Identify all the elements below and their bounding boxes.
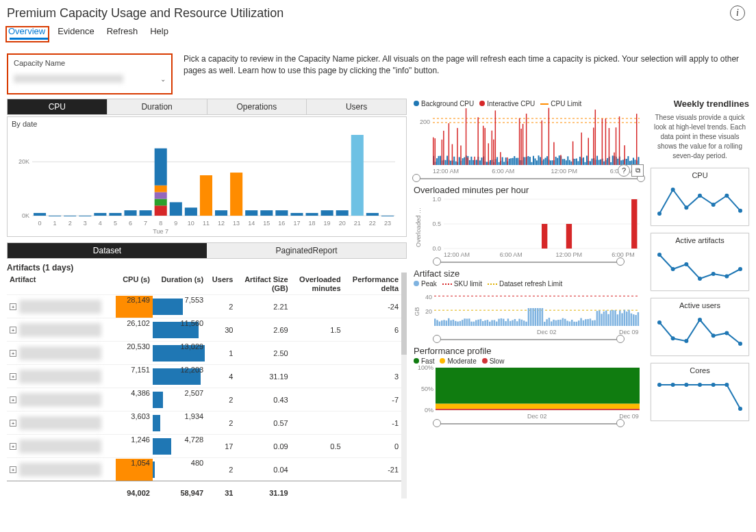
svg-rect-148 bbox=[584, 162, 585, 165]
svg-rect-268 bbox=[489, 322, 491, 326]
chevron-down-icon: ⌄ bbox=[160, 75, 166, 83]
metric-tab-operations[interactable]: Operations bbox=[207, 99, 307, 114]
table-row[interactable]: +1,2464,728170.090.50 bbox=[7, 435, 401, 458]
weekly-card-active-users[interactable]: Active users bbox=[651, 298, 749, 356]
svg-rect-83 bbox=[473, 160, 474, 165]
expand-icon[interactable]: + bbox=[10, 373, 16, 380]
nav-tab-refresh[interactable]: Refresh bbox=[105, 23, 140, 39]
metric-tab-cpu[interactable]: CPU bbox=[8, 99, 108, 114]
cpu-timeline-chart[interactable]: 20012:00 AM6:00 AM12:00 PM6:00 PM bbox=[414, 107, 644, 175]
nav-tab-evidence[interactable]: Evidence bbox=[56, 23, 95, 39]
svg-rect-106 bbox=[512, 158, 514, 165]
expand-icon[interactable]: + bbox=[10, 327, 16, 333]
svg-rect-107 bbox=[514, 156, 515, 165]
artifacts-scrollbar[interactable] bbox=[401, 273, 407, 498]
expand-icon[interactable]: + bbox=[10, 303, 16, 310]
svg-text:5: 5 bbox=[114, 220, 117, 227]
cpu-timeline-slider[interactable]: ? ⧉ bbox=[414, 178, 644, 179]
svg-point-359 bbox=[724, 275, 729, 279]
nav-tab-overview[interactable]: Overview bbox=[7, 23, 47, 39]
table-row[interactable]: +3,6031,93420.57-1 bbox=[7, 411, 401, 435]
svg-rect-324 bbox=[617, 314, 619, 326]
svg-text:Tue 7: Tue 7 bbox=[153, 228, 168, 235]
svg-point-358 bbox=[711, 272, 716, 276]
col-5[interactable]: Overloadedminutes bbox=[291, 274, 344, 295]
svg-text:1: 1 bbox=[53, 220, 57, 227]
svg-rect-257 bbox=[464, 318, 466, 326]
table-row[interactable]: +26,10211,560302.691.56 bbox=[7, 318, 401, 342]
weekly-card-cpu[interactable]: CPU bbox=[651, 168, 749, 226]
capacity-name-picker[interactable]: Capacity Name ⌄ bbox=[7, 53, 173, 94]
help-text: Pick a capacity to review in the Capacit… bbox=[184, 53, 749, 77]
svg-rect-291 bbox=[542, 308, 544, 326]
perf-profile-slider[interactable] bbox=[414, 423, 644, 425]
metric-segmented[interactable]: CPUDurationOperationsUsers bbox=[7, 99, 407, 115]
overloaded-slider[interactable] bbox=[414, 262, 644, 263]
expand-icon[interactable]: + bbox=[10, 420, 16, 427]
svg-text:0%: 0% bbox=[425, 407, 433, 414]
col-1[interactable]: CPU (s) bbox=[116, 274, 153, 295]
svg-rect-152 bbox=[592, 159, 593, 165]
svg-point-370 bbox=[684, 383, 688, 387]
table-row[interactable]: +28,1497,55322.21-24 bbox=[7, 295, 401, 318]
svg-rect-207 bbox=[560, 155, 562, 165]
svg-rect-214 bbox=[605, 118, 607, 165]
nav-tab-help[interactable]: Help bbox=[149, 23, 170, 39]
perf-profile-chart[interactable]: 0%50%100%Dec 02Dec 09 bbox=[414, 365, 644, 420]
metric-tab-duration[interactable]: Duration bbox=[108, 99, 207, 114]
svg-rect-119 bbox=[534, 158, 536, 165]
svg-rect-212 bbox=[595, 110, 596, 165]
svg-rect-252 bbox=[453, 320, 455, 326]
col-6[interactable]: Performancedelta bbox=[344, 274, 402, 295]
svg-rect-28 bbox=[185, 207, 197, 216]
table-row[interactable]: +1,05448020.04-21 bbox=[7, 458, 401, 481]
table-row[interactable]: +20,53013,02912.50 bbox=[7, 342, 401, 365]
artifacts-table[interactable]: ArtifactCPU (s)Duration (s)UsersArtifact… bbox=[7, 274, 401, 505]
weekly-card-cores[interactable]: Cores bbox=[651, 363, 749, 421]
svg-rect-283 bbox=[523, 320, 525, 326]
copy-icon[interactable]: ⧉ bbox=[631, 164, 644, 177]
svg-rect-282 bbox=[521, 320, 523, 326]
svg-rect-286 bbox=[530, 308, 532, 326]
svg-text:4: 4 bbox=[99, 220, 102, 227]
cpu-by-date-chart[interactable]: 0K20K01234567891011121314151617181920212… bbox=[12, 128, 402, 235]
expand-icon[interactable]: + bbox=[10, 350, 16, 357]
svg-rect-317 bbox=[601, 314, 603, 326]
info-icon[interactable]: i bbox=[730, 5, 745, 21]
weekly-card-active-artifacts[interactable]: Active artifacts bbox=[651, 233, 749, 291]
capacity-name-select[interactable]: ⌄ bbox=[14, 71, 166, 86]
nav-tabs: OverviewEvidenceRefreshHelp bbox=[7, 23, 749, 39]
svg-rect-4 bbox=[34, 213, 46, 216]
artifact-size-chart[interactable]: GB2040Dec 02Dec 09 bbox=[414, 288, 644, 335]
overloaded-chart[interactable]: Overloaded …0.00.51.012:00 AM6:00 AM12:0… bbox=[414, 197, 644, 258]
svg-rect-255 bbox=[459, 321, 462, 326]
col-4[interactable]: Artifact Size(GB) bbox=[236, 274, 290, 295]
page-title: Premium Capacity Usage and Resource Util… bbox=[7, 6, 284, 21]
metric-tab-users[interactable]: Users bbox=[307, 99, 406, 114]
artifact-type-segmented[interactable]: DatasetPaginatedReport bbox=[7, 242, 407, 259]
svg-rect-302 bbox=[566, 321, 568, 326]
svg-rect-135 bbox=[562, 159, 564, 165]
col-3[interactable]: Users bbox=[206, 274, 236, 295]
artifact-tab-dataset[interactable]: Dataset bbox=[8, 243, 207, 258]
svg-text:8: 8 bbox=[159, 220, 162, 227]
svg-rect-270 bbox=[494, 320, 496, 326]
table-row[interactable]: +7,15112,203431.193 bbox=[7, 365, 401, 388]
svg-point-373 bbox=[724, 383, 729, 387]
svg-rect-82 bbox=[470, 157, 472, 165]
artifact-tab-paginatedreport[interactable]: PaginatedReport bbox=[207, 243, 406, 258]
expand-icon[interactable]: + bbox=[10, 443, 16, 450]
svg-rect-20 bbox=[155, 205, 167, 216]
expand-icon[interactable]: + bbox=[10, 396, 16, 403]
svg-rect-138 bbox=[567, 156, 568, 165]
svg-point-364 bbox=[698, 318, 702, 322]
svg-rect-256 bbox=[462, 320, 464, 326]
artifact-size-slider[interactable] bbox=[414, 339, 644, 340]
table-row[interactable]: +4,3862,50720.43-7 bbox=[7, 388, 401, 411]
expand-icon[interactable]: + bbox=[10, 466, 16, 473]
col-0[interactable]: Artifact bbox=[7, 274, 116, 295]
col-2[interactable]: Duration (s) bbox=[153, 274, 206, 295]
svg-rect-184 bbox=[449, 123, 450, 165]
svg-text:12:00 PM: 12:00 PM bbox=[555, 251, 582, 258]
help-icon[interactable]: ? bbox=[618, 164, 630, 177]
